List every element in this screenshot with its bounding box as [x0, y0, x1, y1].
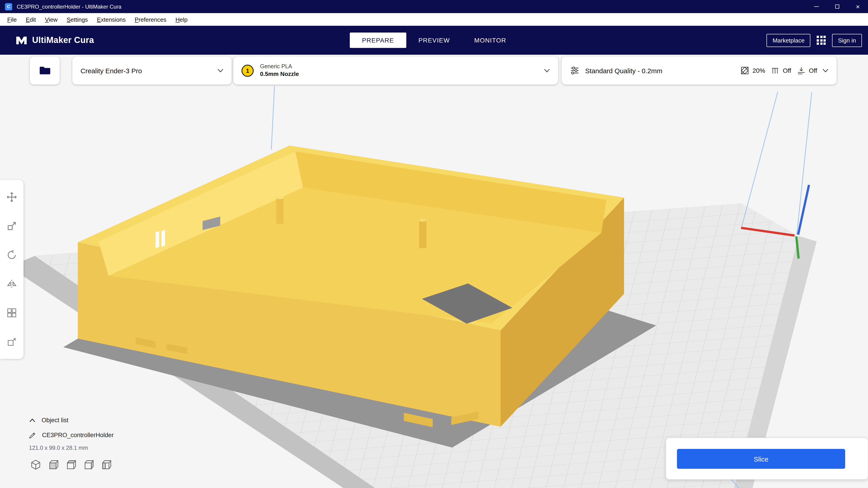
adhesion-value: Off	[809, 67, 817, 74]
folder-icon	[38, 65, 51, 76]
move-icon	[6, 192, 17, 202]
nozzle-size: 0.5mm Nozzle	[260, 70, 544, 78]
object-list-toggle[interactable]: Object list	[29, 417, 114, 424]
printer-selector[interactable]: Creality Ender-3 Pro	[72, 57, 231, 85]
chevron-up-icon	[29, 418, 36, 422]
application-window: C CE3PRO_controllerHolder - UltiMaker Cu…	[0, 0, 868, 488]
header-right: Marketplace Sign in	[767, 34, 862, 47]
sliders-icon	[570, 66, 580, 75]
tab-prepare[interactable]: PREPARE	[350, 33, 406, 48]
window-controls: ×	[806, 0, 868, 13]
view-front-icon	[48, 459, 59, 470]
per-model-settings-button[interactable]	[0, 298, 24, 327]
scale-icon	[6, 221, 17, 231]
menu-preferences[interactable]: Preferences	[130, 16, 171, 23]
model-wall-slot	[161, 230, 165, 247]
printer-name: Creality Ender-3 Pro	[81, 67, 218, 74]
minimize-icon	[814, 6, 819, 7]
window-title: CE3PRO_controllerHolder - UltiMaker Cura	[17, 3, 121, 10]
view-top-button[interactable]	[64, 458, 78, 471]
view-3d-icon	[30, 459, 41, 470]
adhesion-chip: Off	[797, 66, 817, 75]
material-info: Generic PLA 0.5mm Nozzle	[260, 63, 544, 78]
minimize-button[interactable]	[806, 0, 827, 13]
scale-tool-button[interactable]	[0, 212, 24, 240]
app-name: UltiMaker Cura	[32, 35, 94, 45]
view-top-icon	[65, 459, 77, 470]
view-right-icon	[100, 459, 112, 470]
menu-extensions[interactable]: Extensions	[92, 16, 130, 23]
infill-value: 20%	[752, 67, 765, 74]
slice-button[interactable]: Slice	[677, 449, 845, 469]
menu-view[interactable]: View	[40, 16, 62, 23]
pencil-icon	[29, 431, 36, 438]
ultimaker-logo-icon	[16, 36, 28, 45]
chevron-down-icon	[218, 69, 223, 72]
open-file-button[interactable]	[30, 57, 60, 85]
infill-chip: 20%	[740, 66, 765, 75]
apps-grid-icon[interactable]	[817, 36, 826, 45]
rotate-tool-button[interactable]	[0, 240, 24, 269]
support-chip: Off	[771, 66, 791, 75]
chevron-down-icon	[823, 69, 829, 72]
view-presets	[29, 458, 114, 471]
titlebar: C CE3PRO_controllerHolder - UltiMaker Cu…	[0, 0, 868, 13]
support-blocker-icon	[6, 336, 17, 347]
cura-app-icon: C	[5, 3, 12, 10]
view-left-icon	[83, 459, 94, 470]
support-value: Off	[783, 67, 791, 74]
slice-action-panel: Slice	[665, 437, 868, 480]
view-left-button[interactable]	[82, 458, 95, 471]
model-post-top	[419, 219, 427, 222]
close-button[interactable]: ×	[847, 0, 868, 13]
model-post-top	[276, 196, 283, 199]
support-blocker-button[interactable]	[0, 327, 24, 356]
material-name: Generic PLA	[260, 63, 544, 70]
main-header: UltiMaker Cura PREPARE PREVIEW MONITOR M…	[0, 26, 868, 55]
viewport-3d-scene	[0, 55, 868, 488]
menu-settings[interactable]: Settings	[62, 16, 92, 23]
maximize-icon	[835, 4, 839, 9]
print-profile: Standard Quality - 0.2mm	[585, 67, 735, 74]
object-dimensions: 121.0 x 99.0 x 28.1 mm	[29, 445, 114, 451]
object-list-item[interactable]: CE3PRO_controllerHolder	[29, 431, 114, 438]
menu-edit[interactable]: Edit	[21, 16, 40, 23]
marketplace-button[interactable]: Marketplace	[767, 34, 811, 47]
menubar: File Edit View Settings Extensions Prefe…	[0, 13, 868, 26]
model-wall-slot	[156, 231, 159, 248]
brand: UltiMaker Cura	[16, 35, 94, 45]
view-3d-button[interactable]	[29, 458, 42, 471]
object-list-label: Object list	[41, 417, 68, 424]
left-toolbar	[0, 180, 24, 359]
object-list-panel: Object list CE3PRO_controllerHolder 121.…	[29, 417, 114, 471]
tab-preview[interactable]: PREVIEW	[406, 33, 462, 48]
model-post	[276, 198, 283, 224]
rotate-icon	[6, 250, 17, 260]
stage-tabs: PREPARE PREVIEW MONITOR	[350, 33, 519, 48]
menu-file[interactable]: File	[3, 16, 21, 23]
menu-help[interactable]: Help	[171, 16, 192, 23]
print-settings-selector[interactable]: Standard Quality - 0.2mm 20% Off	[562, 57, 837, 85]
view-front-button[interactable]	[46, 458, 60, 471]
model-post	[419, 220, 427, 248]
material-selector[interactable]: 1 Generic PLA 0.5mm Nozzle	[233, 57, 558, 85]
maximize-button[interactable]	[827, 0, 847, 13]
mirror-icon	[6, 279, 17, 289]
sign-in-button[interactable]: Sign in	[832, 34, 862, 47]
move-tool-button[interactable]	[0, 183, 24, 212]
infill-icon	[740, 66, 749, 75]
mirror-tool-button[interactable]	[0, 269, 24, 298]
view-right-button[interactable]	[99, 458, 113, 471]
object-name: CE3PRO_controllerHolder	[42, 431, 114, 438]
chevron-down-icon	[544, 69, 550, 72]
close-icon: ×	[856, 3, 860, 10]
per-model-settings-icon	[6, 307, 17, 318]
adhesion-icon	[797, 66, 806, 75]
support-icon	[771, 66, 780, 75]
extruder-badge: 1	[242, 64, 254, 77]
tab-monitor[interactable]: MONITOR	[462, 33, 519, 48]
